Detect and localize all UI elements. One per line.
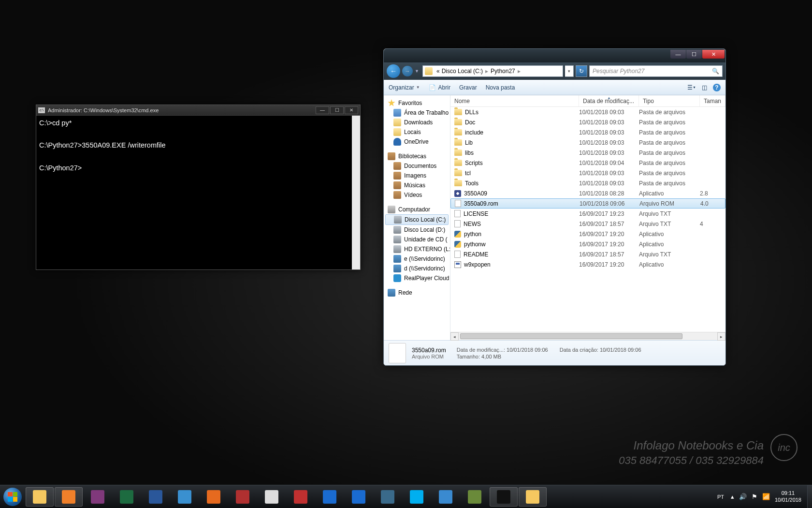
file-row[interactable]: README 16/09/2017 18:57 Arquivo TXT <box>450 249 725 259</box>
language-indicator[interactable]: PT <box>715 493 726 501</box>
file-row[interactable]: Scripts 10/01/2018 09:04 Pasta de arquiv… <box>450 158 725 168</box>
cmd-minimize-button[interactable]: — <box>316 106 329 114</box>
column-size[interactable]: Taman <box>700 95 725 106</box>
file-row[interactable]: include 10/01/2018 09:03 Pasta de arquiv… <box>450 127 725 137</box>
search-input[interactable]: Pesquisar Python27 🔍 <box>589 65 723 77</box>
flag-icon[interactable]: ⚑ <box>752 493 757 500</box>
sidebar-item[interactable]: Disco Local (C:) <box>385 214 449 225</box>
cmd-maximize-button[interactable]: ☐ <box>330 106 344 114</box>
column-name[interactable]: Nome <box>450 95 579 106</box>
taskbar-item-teamviewer[interactable] <box>316 487 344 507</box>
taskbar-item-explorer[interactable] <box>26 487 54 507</box>
taskbar-item-ie[interactable] <box>171 487 199 507</box>
sidebar-item[interactable]: d (\\Servidorinc) <box>384 264 450 273</box>
explorer-minimize-button[interactable]: — <box>670 50 686 59</box>
preview-pane-button[interactable]: ◫ <box>700 84 708 91</box>
taskbar-item-firefox[interactable] <box>200 487 228 507</box>
new-folder-button[interactable]: Nova pasta <box>486 84 515 91</box>
sidebar-item[interactable]: Downloads <box>384 118 450 127</box>
sidebar-item[interactable]: Vídeos <box>384 190 450 200</box>
file-row[interactable]: DLLs 10/01/2018 09:03 Pasta de arquivos <box>450 107 725 117</box>
volume-icon[interactable]: 🔊 <box>739 493 747 500</box>
taskbar-item-skype[interactable] <box>403 487 431 507</box>
file-row[interactable]: LICENSE 16/09/2017 19:23 Arquivo TXT <box>450 209 725 219</box>
nav-back-button[interactable]: ← <box>387 64 400 78</box>
view-options-button[interactable]: ☰▼ <box>688 84 696 91</box>
start-button[interactable] <box>0 485 25 508</box>
sidebar-item[interactable]: Área de Trabalho <box>384 108 450 118</box>
taskbar-item-pdf[interactable] <box>287 487 315 507</box>
taskbar-clock[interactable]: 09:11 10/01/2018 <box>775 490 804 503</box>
file-row[interactable]: Lib 10/01/2018 09:03 Pasta de arquivos <box>450 137 725 148</box>
taskbar-item-wmp[interactable] <box>55 487 83 507</box>
sidebar-item[interactable]: RealPlayer Cloud <box>384 273 450 283</box>
taskbar-item-calc[interactable] <box>461 487 489 507</box>
sidebar-item[interactable]: HD EXTERNO (L: <box>384 244 450 254</box>
taskbar-item-outlook[interactable] <box>345 487 373 507</box>
sidebar-item[interactable]: Unidade de CD ( <box>384 235 450 244</box>
cmd-titlebar[interactable]: c:\ Administrador: C:\Windows\System32\c… <box>36 105 360 116</box>
file-row[interactable]: w9xpopen 16/09/2017 19:20 Aplicativo <box>450 259 725 269</box>
show-desktop-button[interactable] <box>807 485 812 508</box>
taskbar-item-app1[interactable] <box>374 487 402 507</box>
sidebar-item[interactable]: Disco Local (D:) <box>384 225 450 235</box>
sidebar-item[interactable]: OneDrive <box>384 137 450 147</box>
sidebar-item[interactable]: Locais <box>384 127 450 137</box>
explorer-maximize-button[interactable]: ☐ <box>686 50 702 59</box>
scroll-right-button[interactable]: ▸ <box>717 332 725 341</box>
sidebar-group-header[interactable]: Computador <box>384 205 450 214</box>
file-row[interactable]: pythonw 16/09/2017 19:20 Aplicativo <box>450 239 725 249</box>
taskbar-item-excel[interactable] <box>113 487 141 507</box>
sidebar-group-header[interactable]: Bibliotecas <box>384 151 450 161</box>
scroll-left-button[interactable]: ◂ <box>450 332 459 341</box>
nav-forward-button[interactable]: → <box>402 66 413 76</box>
file-list[interactable]: DLLs 10/01/2018 09:03 Pasta de arquivos … <box>450 107 725 332</box>
ie-icon <box>178 490 191 504</box>
sidebar-group-header[interactable]: Favoritos <box>384 98 450 108</box>
file-icon: 📄 <box>429 84 436 91</box>
column-type[interactable]: Tipo <box>639 95 700 106</box>
organize-button[interactable]: Organizar▼ <box>389 84 420 91</box>
scroll-thumb[interactable] <box>460 333 682 339</box>
file-row[interactable]: 3550A09 10/01/2018 08:28 Aplicativo 2.8 <box>450 188 725 198</box>
file-row[interactable]: python 16/09/2017 19:20 Aplicativo <box>450 229 725 239</box>
horizontal-scrollbar[interactable]: ◂ ▸ <box>450 332 725 340</box>
burn-button[interactable]: Gravar <box>459 84 477 91</box>
taskbar-item-cmd[interactable] <box>490 487 518 507</box>
cmd-window[interactable]: c:\ Administrador: C:\Windows\System32\c… <box>36 105 361 270</box>
taskbar-item-app2[interactable] <box>432 487 460 507</box>
help-button[interactable]: ? <box>713 84 721 91</box>
breadcrumb-part[interactable]: Python27 <box>490 68 516 75</box>
cmd-close-button[interactable]: ✕ <box>345 106 358 114</box>
file-row[interactable]: Doc 10/01/2018 09:03 Pasta de arquivos <box>450 117 725 127</box>
taskbar-item-tool[interactable] <box>229 487 257 507</box>
sidebar-item[interactable]: Documentos <box>384 161 450 171</box>
explorer-window[interactable]: — ☐ ✕ ← → ▼ « Disco Local (C:) ▸ Python2… <box>383 48 726 366</box>
sidebar-item[interactable]: e (\\Servidorinc) <box>384 254 450 264</box>
sidebar-item[interactable]: Músicas <box>384 180 450 190</box>
tray-expand-icon[interactable]: ▴ <box>731 493 734 500</box>
taskbar-item-word[interactable] <box>142 487 170 507</box>
open-button[interactable]: 📄Abrir <box>429 84 450 91</box>
file-row[interactable]: libs 10/01/2018 09:03 Pasta de arquivos <box>450 148 725 158</box>
file-row[interactable]: Tools 10/01/2018 09:03 Pasta de arquivos <box>450 178 725 188</box>
file-row[interactable]: NEWS 16/09/2017 18:57 Arquivo TXT 4 <box>450 219 725 229</box>
file-row[interactable]: 3550a09.rom 10/01/2018 09:06 Arquivo ROM… <box>450 198 725 209</box>
explorer-titlebar[interactable]: — ☐ ✕ <box>384 49 725 62</box>
refresh-button[interactable]: ↻ <box>576 65 587 77</box>
network-icon[interactable]: 📶 <box>762 493 770 500</box>
nav-history-dropdown[interactable]: ▼ <box>415 69 420 74</box>
cmd-body[interactable]: C:\>cd py* C:\Python27>3550A09.EXE /writ… <box>36 116 360 269</box>
breadcrumb-part[interactable]: Disco Local (C:) <box>441 68 484 75</box>
sidebar-item[interactable]: Imagens <box>384 171 450 180</box>
address-bar[interactable]: « Disco Local (C:) ▸ Python27 ▸ <box>422 65 563 77</box>
taskbar-item-onenote[interactable] <box>84 487 112 507</box>
cmd-scrollbar[interactable] <box>352 116 360 269</box>
explorer-close-button[interactable]: ✕ <box>702 50 725 59</box>
file-row[interactable]: tcl 10/01/2018 09:03 Pasta de arquivos <box>450 168 725 178</box>
address-dropdown[interactable]: ▾ <box>565 65 574 77</box>
sidebar-group-header[interactable]: Rede <box>384 288 450 298</box>
taskbar-item-explorer2[interactable] <box>519 487 547 507</box>
taskbar-item-chrome[interactable] <box>258 487 286 507</box>
folder-icon <box>454 129 462 135</box>
